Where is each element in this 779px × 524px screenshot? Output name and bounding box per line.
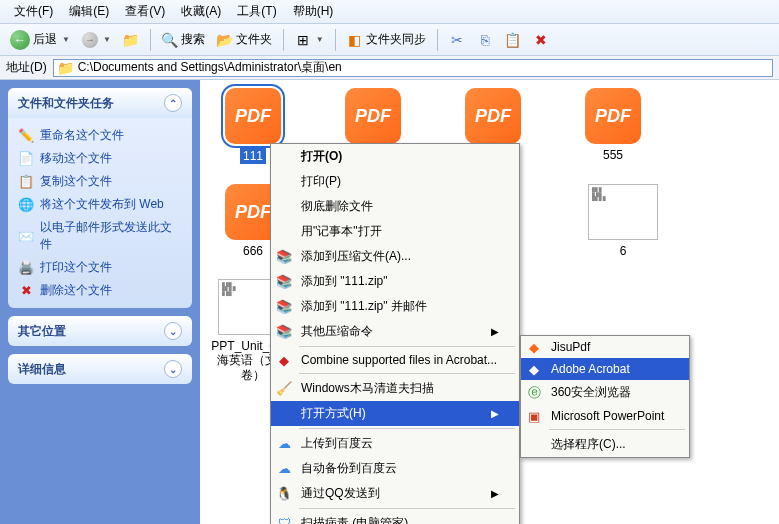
move-icon: 📄 <box>18 151 34 167</box>
back-button[interactable]: ← 后退▼ <box>6 28 74 52</box>
folders-button[interactable]: 📂文件夹 <box>213 29 276 50</box>
folder-icon: 📂 <box>217 32 233 48</box>
toolbar: ← 后退▼ →▼ 📁 🔍搜索 📂文件夹 ⊞▼ ◧文件夹同步 ✂ ⎘ 📋 ✖ <box>0 24 779 56</box>
menu-fav[interactable]: 收藏(A) <box>173 0 229 23</box>
address-bar: 地址(D) 📁 C:\Documents and Settings\Admini… <box>0 56 779 80</box>
pdf-app-icon: ◆ <box>525 338 543 356</box>
task-delete[interactable]: ✖删除这个文件 <box>12 279 188 302</box>
ctx-open[interactable]: 打开(O) <box>271 144 519 169</box>
browser-icon: ⓔ <box>525 384 543 402</box>
delete-icon: ✖ <box>533 32 549 48</box>
task-move[interactable]: 📄移动这个文件 <box>12 147 188 170</box>
copy-button[interactable]: ⎘ <box>473 30 497 50</box>
ctx-qq-send[interactable]: 🐧通过QQ发送到▶ <box>271 481 519 506</box>
file-item-ppt2[interactable]: ██ ██ ████ █ █ 6 <box>578 184 668 258</box>
ctx-trojan-scan[interactable]: 🧹Windows木马清道夫扫描 <box>271 376 519 401</box>
ctx-print[interactable]: 打印(P) <box>271 169 519 194</box>
cut-icon: ✂ <box>449 32 465 48</box>
menu-tools[interactable]: 工具(T) <box>229 0 284 23</box>
back-icon: ← <box>10 30 30 50</box>
detail-panel: 详细信息 ⌄ <box>8 354 192 384</box>
search-button[interactable]: 🔍搜索 <box>158 29 209 50</box>
file-label: 555 <box>603 148 623 162</box>
sync-button[interactable]: ◧文件夹同步 <box>343 29 430 50</box>
context-menu: 打开(O) 打印(P) 彻底删除文件 用"记事本"打开 📚添加到压缩文件(A).… <box>270 143 520 524</box>
other-panel: 其它位置 ⌄ <box>8 316 192 346</box>
ctx-acrobat-combine[interactable]: ◆Combine supported files in Acrobat... <box>271 349 519 371</box>
sidebar: 文件和文件夹任务 ⌃ ✏️重命名这个文件 📄移动这个文件 📋复制这个文件 🌐将这… <box>0 80 200 524</box>
forward-icon: → <box>82 32 98 48</box>
sub-360browser[interactable]: ⓔ360安全浏览器 <box>521 380 689 405</box>
ctx-baidu-upload[interactable]: ☁上传到百度云 <box>271 431 519 456</box>
qq-icon: 🐧 <box>275 485 293 503</box>
archive-icon: 📚 <box>275 323 293 341</box>
cloud-icon: ☁ <box>275 435 293 453</box>
ctx-zip-other[interactable]: 📚其他压缩命令▶ <box>271 319 519 344</box>
ctx-open-with[interactable]: 打开方式(H)▶ <box>271 401 519 426</box>
sub-jisupdf[interactable]: ◆JisuPdf <box>521 336 689 358</box>
cloud-icon: ☁ <box>275 460 293 478</box>
views-icon: ⊞ <box>295 32 311 48</box>
delete-icon: ✖ <box>18 283 34 299</box>
tasks-panel-header[interactable]: 文件和文件夹任务 ⌃ <box>8 88 192 118</box>
address-label: 地址(D) <box>6 59 47 76</box>
delete-button[interactable]: ✖ <box>529 30 553 50</box>
pdf-icon: PDF <box>345 88 401 144</box>
ctx-zip-add[interactable]: 📚添加到压缩文件(A)... <box>271 244 519 269</box>
detail-panel-header[interactable]: 详细信息 ⌄ <box>8 354 192 384</box>
views-button[interactable]: ⊞▼ <box>291 30 328 50</box>
ctx-baidu-backup[interactable]: ☁自动备份到百度云 <box>271 456 519 481</box>
ctx-delete[interactable]: 彻底删除文件 <box>271 194 519 219</box>
cut-button[interactable]: ✂ <box>445 30 469 50</box>
paste-icon: 📋 <box>505 32 521 48</box>
folder-icon: 📁 <box>58 60 74 76</box>
file-item-555[interactable]: PDF 555 <box>568 88 658 164</box>
search-icon: 🔍 <box>162 32 178 48</box>
copy-icon: ⎘ <box>477 32 493 48</box>
ppt-thumb-icon: ██ ██ ████ █ █ <box>588 184 658 240</box>
menu-edit[interactable]: 编辑(E) <box>61 0 117 23</box>
globe-icon: 🌐 <box>18 197 34 213</box>
ctx-notepad[interactable]: 用"记事本"打开 <box>271 219 519 244</box>
ctx-zip-mail[interactable]: 📚添加到 "111.zip" 并邮件 <box>271 294 519 319</box>
powerpoint-icon: ▣ <box>525 407 543 425</box>
file-label: 666 <box>243 244 263 258</box>
file-label: 6 <box>620 244 627 258</box>
sub-powerpoint[interactable]: ▣Microsoft PowerPoint <box>521 405 689 427</box>
pdf-icon: PDF <box>465 88 521 144</box>
task-email[interactable]: ✉️以电子邮件形式发送此文件 <box>12 216 188 256</box>
address-input[interactable]: 📁 C:\Documents and Settings\Administrato… <box>53 59 773 77</box>
print-icon: 🖨️ <box>18 260 34 276</box>
sub-acrobat[interactable]: ◆Adobe Acrobat <box>521 358 689 380</box>
pdf-icon: PDF <box>585 88 641 144</box>
chevron-down-icon: ⌄ <box>164 360 182 378</box>
ctx-virus-scan[interactable]: 🛡扫描病毒 (电脑管家) <box>271 511 519 524</box>
archive-icon: 📚 <box>275 273 293 291</box>
shield-icon: 🛡 <box>275 515 293 525</box>
sub-choose-program[interactable]: 选择程序(C)... <box>521 432 689 457</box>
sync-icon: ◧ <box>347 32 363 48</box>
forward-button[interactable]: →▼ <box>78 30 115 50</box>
paste-button[interactable]: 📋 <box>501 30 525 50</box>
chevron-up-icon: ⌃ <box>164 94 182 112</box>
menu-help[interactable]: 帮助(H) <box>285 0 342 23</box>
menu-file[interactable]: 文件(F) <box>6 0 61 23</box>
folder-up-icon: 📁 <box>123 32 139 48</box>
address-path: C:\Documents and Settings\Administrator\… <box>78 59 342 76</box>
task-copy[interactable]: 📋复制这个文件 <box>12 170 188 193</box>
task-rename[interactable]: ✏️重命名这个文件 <box>12 124 188 147</box>
other-panel-header[interactable]: 其它位置 ⌄ <box>8 316 192 346</box>
chevron-down-icon: ⌄ <box>164 322 182 340</box>
menu-view[interactable]: 查看(V) <box>117 0 173 23</box>
file-label: 111 <box>240 148 266 164</box>
ctx-zip-111[interactable]: 📚添加到 "111.zip" <box>271 269 519 294</box>
acrobat-icon: ◆ <box>275 351 293 369</box>
up-button[interactable]: 📁 <box>119 30 143 50</box>
task-print[interactable]: 🖨️打印这个文件 <box>12 256 188 279</box>
menubar: 文件(F) 编辑(E) 查看(V) 收藏(A) 工具(T) 帮助(H) <box>0 0 779 24</box>
pdf-icon: PDF <box>225 88 281 144</box>
copy-icon: 📋 <box>18 174 34 190</box>
task-publish[interactable]: 🌐将这个文件发布到 Web <box>12 193 188 216</box>
tasks-panel: 文件和文件夹任务 ⌃ ✏️重命名这个文件 📄移动这个文件 📋复制这个文件 🌐将这… <box>8 88 192 308</box>
file-view[interactable]: PDF 111 PDF PDF PDF 555 PDF 666 █ █ ████… <box>200 80 779 524</box>
